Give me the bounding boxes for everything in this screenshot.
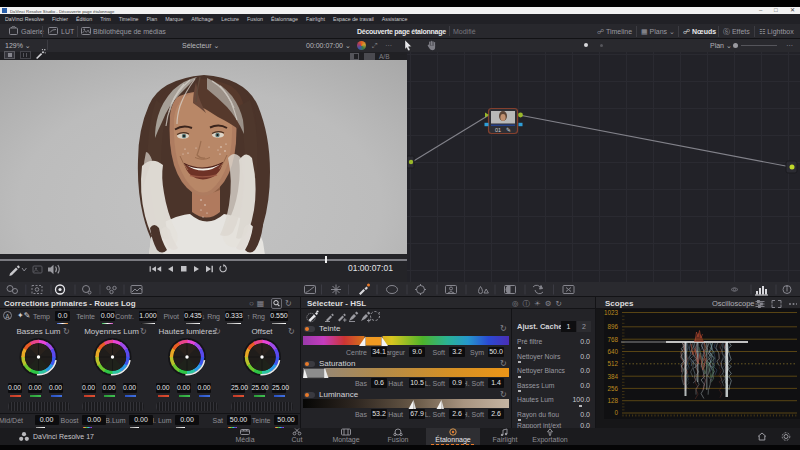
svg-text:✎: ✎ [506, 127, 511, 133]
svg-text:640: 640 [607, 348, 618, 355]
svg-text:512: 512 [607, 360, 618, 367]
svg-text:256: 256 [607, 385, 618, 392]
svg-text:0: 0 [614, 409, 618, 416]
svg-text:128: 128 [607, 397, 618, 404]
svg-text:01: 01 [495, 127, 501, 133]
svg-text:896: 896 [607, 323, 618, 330]
svg-text:384: 384 [607, 373, 618, 380]
svg-text:1023: 1023 [604, 309, 619, 316]
svg-text:768: 768 [607, 336, 618, 343]
